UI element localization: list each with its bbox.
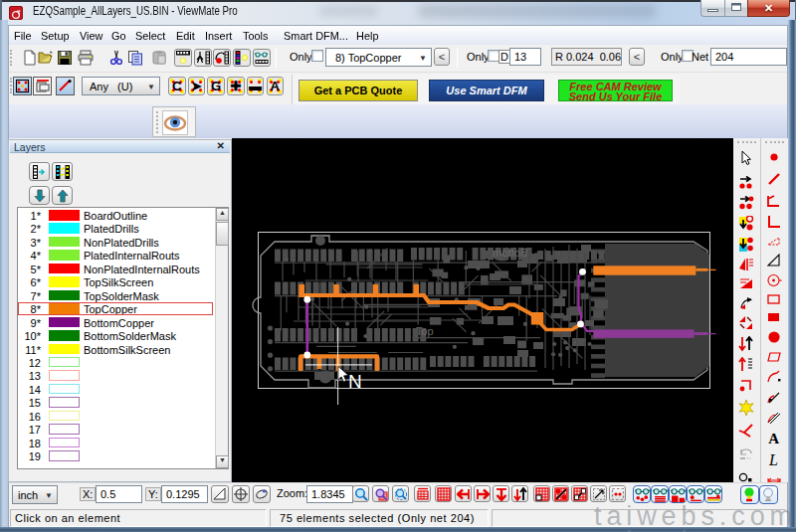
svg-text:N: N: [348, 371, 362, 392]
svg-text:L: L: [768, 452, 778, 468]
svg-text:Bottom: Bottom: [493, 247, 527, 259]
svg-text:A: A: [768, 431, 779, 446]
svg-text:Top: Top: [416, 325, 434, 337]
